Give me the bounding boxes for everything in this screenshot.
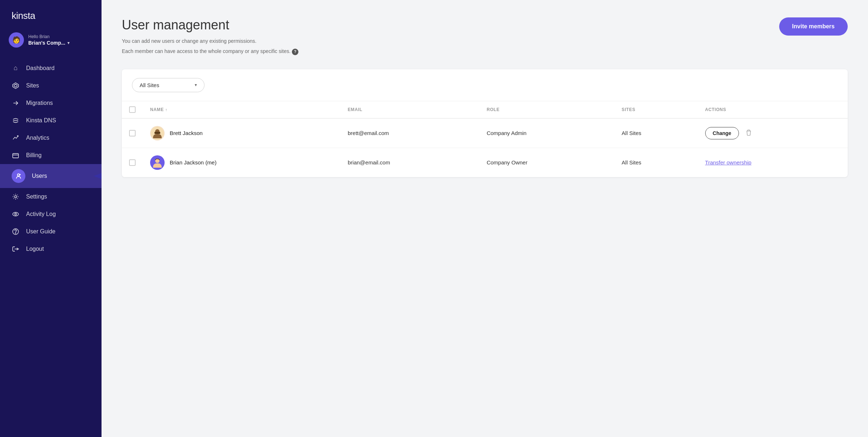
sidebar-item-dashboard[interactable]: ⌂ Dashboard (0, 59, 102, 77)
sidebar-item-label: Sites (26, 82, 39, 89)
main-content: User management You can add new users or… (102, 0, 868, 437)
filter-label: All Sites (140, 82, 159, 88)
sort-icon: ↑ (165, 107, 168, 112)
users-table: NAME ↑ EMAIL ROLE SITES ACTIONS (122, 101, 848, 177)
sidebar-item-label: Logout (26, 246, 44, 252)
user-name-brian: Brian Jackson (me) (170, 159, 216, 166)
page-subtitle-2: Each member can have access to the whole… (122, 47, 298, 55)
sidebar-item-migrations[interactable]: Migrations (0, 94, 102, 112)
sidebar-item-label: Activity Log (26, 211, 56, 217)
user-email-brett: brett@email.com (340, 118, 479, 148)
sidebar-item-kinsta-dns[interactable]: Kinsta DNS (0, 112, 102, 129)
sidebar-item-label: Settings (26, 193, 47, 200)
sidebar-item-label: Billing (26, 152, 42, 159)
arrow-annotation (94, 167, 102, 185)
user-cell-brian: Brian Jackson (me) (150, 155, 333, 170)
filter-row: All Sites ▾ (122, 69, 848, 101)
header-row: User management You can add new users or… (122, 17, 848, 58)
user-email-brian: brian@email.com (340, 148, 479, 177)
dns-icon (12, 117, 20, 124)
sidebar-item-label: Dashboard (26, 65, 54, 72)
user-management-table: All Sites ▾ NAME ↑ EMAIL ROLE SITES (122, 69, 848, 177)
sidebar-item-billing[interactable]: Billing (0, 147, 102, 164)
page-subtitle-1: You can add new users or change any exis… (122, 37, 298, 45)
chevron-down-icon: ▾ (67, 41, 70, 45)
role-column-header: ROLE (479, 101, 614, 118)
avatar-brett (150, 126, 165, 140)
table-body: Brett Jackson brett@email.com Company Ad… (122, 118, 848, 177)
svg-point-11 (15, 213, 17, 215)
user-name-brett: Brett Jackson (170, 130, 203, 136)
all-sites-dropdown[interactable]: All Sites ▾ (132, 78, 204, 92)
eye-icon (12, 211, 20, 218)
home-icon: ⌂ (12, 64, 20, 72)
settings-icon (12, 193, 20, 200)
avatar-brian (150, 155, 165, 170)
sites-column-header: SITES (615, 101, 698, 118)
user-cell-brett: Brett Jackson (150, 126, 333, 140)
sidebar-item-label: Users (32, 173, 47, 179)
billing-icon (12, 152, 20, 159)
svg-point-13 (15, 233, 16, 233)
page-title: User management (122, 17, 298, 33)
svg-point-10 (13, 212, 18, 216)
sidebar-item-label: Migrations (26, 100, 53, 106)
help-icon[interactable]: ? (292, 49, 298, 55)
help-circle-icon (12, 228, 20, 235)
actions-brett: Change (705, 127, 840, 139)
email-column-header: EMAIL (340, 101, 479, 118)
user-info: Hello Brian Brian's Comp... ▾ (28, 34, 93, 46)
user-sites-brian: All Sites (615, 148, 698, 177)
avatar: 🧑 (9, 32, 24, 48)
user-role-brett: Company Admin (479, 118, 614, 148)
svg-rect-17 (154, 132, 160, 134)
svg-marker-0 (13, 83, 18, 89)
invite-members-button[interactable]: Invite members (779, 17, 848, 36)
user-sites-brett: All Sites (615, 118, 698, 148)
table-header: NAME ↑ EMAIL ROLE SITES ACTIONS (122, 101, 848, 118)
users-icon (12, 169, 25, 183)
svg-rect-3 (13, 154, 18, 158)
analytics-icon (12, 134, 20, 142)
sidebar-user[interactable]: 🧑 Hello Brian Brian's Comp... ▾ (0, 29, 102, 56)
sidebar-item-settings[interactable]: Settings (0, 188, 102, 205)
sidebar-item-activity-log[interactable]: Activity Log (0, 205, 102, 223)
migrations-icon (12, 99, 20, 107)
change-button-brett[interactable]: Change (705, 127, 739, 139)
sidebar-logo: kinsta (0, 0, 102, 29)
page-header: User management You can add new users or… (122, 17, 298, 58)
sidebar: kinsta 🧑 Hello Brian Brian's Comp... ▾ ⌂… (0, 0, 102, 437)
actions-column-header: ACTIONS (698, 101, 848, 118)
user-role-brian: Company Owner (479, 148, 614, 177)
logo-text: kinsta (12, 10, 35, 21)
sidebar-item-label: Kinsta DNS (26, 117, 56, 124)
table-row: Brian Jackson (me) brian@email.com Compa… (122, 148, 848, 177)
sites-icon (12, 82, 20, 89)
sidebar-item-sites[interactable]: Sites (0, 77, 102, 94)
logout-icon (12, 245, 20, 253)
table-row: Brett Jackson brett@email.com Company Ad… (122, 118, 848, 148)
delete-icon-brett[interactable] (745, 129, 752, 137)
user-company: Brian's Comp... ▾ (28, 40, 93, 46)
actions-brian: Transfer ownership (705, 159, 840, 166)
svg-point-5 (17, 174, 20, 176)
sidebar-item-label: Analytics (26, 135, 49, 141)
sidebar-item-logout[interactable]: Logout (0, 240, 102, 258)
row-checkbox-brian[interactable] (129, 159, 136, 166)
chevron-down-icon: ▾ (195, 82, 197, 87)
sidebar-item-label: User Guide (26, 228, 55, 235)
user-greeting: Hello Brian (28, 34, 93, 39)
row-checkbox-brett[interactable] (129, 130, 136, 136)
sidebar-item-users[interactable]: Users (0, 164, 102, 188)
svg-point-9 (15, 196, 17, 198)
svg-marker-1 (14, 84, 17, 87)
sidebar-item-user-guide[interactable]: User Guide (0, 223, 102, 240)
sidebar-nav: ⌂ Dashboard Sites Migrations (0, 56, 102, 437)
select-all-checkbox[interactable] (129, 106, 136, 113)
sidebar-item-analytics[interactable]: Analytics (0, 129, 102, 147)
transfer-ownership-link[interactable]: Transfer ownership (705, 159, 752, 166)
name-column-header: NAME ↑ (143, 101, 340, 118)
